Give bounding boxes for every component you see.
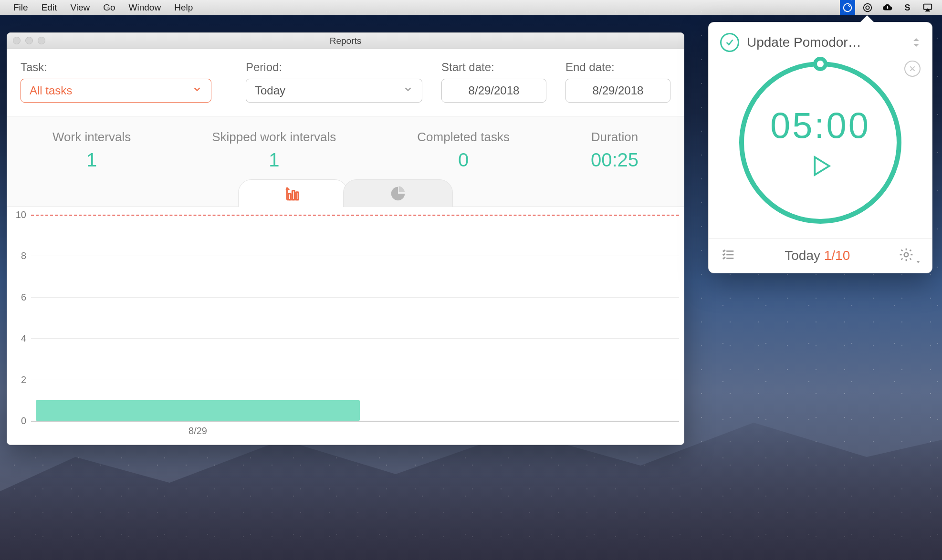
stat-skipped-label: Skipped work intervals <box>212 130 336 145</box>
menu-go[interactable]: Go <box>96 0 122 15</box>
today-count: 1/10 <box>824 248 850 263</box>
svg-point-1 <box>864 3 872 11</box>
task-filter-select[interactable]: All tasks <box>21 79 211 103</box>
play-icon <box>807 153 834 179</box>
chart-gridline <box>31 297 679 298</box>
stat-work-intervals-label: Work intervals <box>52 130 131 145</box>
settings-button[interactable] <box>899 247 921 264</box>
stat-skipped-value: 1 <box>212 149 336 171</box>
chevron-up-icon <box>912 37 921 42</box>
end-date-value: 8/29/2018 <box>593 84 644 97</box>
close-button[interactable] <box>904 61 921 77</box>
current-task-name[interactable]: Update Pomodor… <box>747 35 904 50</box>
stat-duration-label: Duration <box>591 130 638 145</box>
chart-y-tick: 0 <box>7 415 26 426</box>
svg-text:S: S <box>904 2 910 12</box>
timer-ring: 05:00 <box>739 62 901 224</box>
close-icon <box>909 65 916 73</box>
chart-gridline <box>31 256 679 256</box>
svg-rect-5 <box>289 194 291 200</box>
pomodoro-popover: Update Pomodor… 05:00 Today 1/10 <box>708 22 932 273</box>
chevron-down-icon <box>403 84 413 97</box>
today-label: Today <box>785 248 820 263</box>
chart-x-axis <box>31 421 679 422</box>
task-filter-value: All tasks <box>30 84 72 97</box>
play-button[interactable] <box>807 153 834 181</box>
bar-chart-icon <box>284 185 302 203</box>
start-date-label: Start date: <box>441 61 546 74</box>
chevron-down-icon <box>912 43 921 48</box>
menu-help[interactable]: Help <box>167 0 199 15</box>
chart-y-tick: 8 <box>7 250 26 261</box>
start-date-value: 8/29/2018 <box>469 84 520 97</box>
task-switcher[interactable] <box>912 37 921 48</box>
system-menubar: File Edit View Go Window Help S <box>0 0 942 15</box>
gear-icon <box>899 247 914 262</box>
timer-display: 05:00 <box>770 104 870 146</box>
today-progress: Today 1/10 <box>746 248 889 263</box>
end-date-label: End date: <box>565 61 670 74</box>
tab-pie-chart[interactable] <box>343 179 453 207</box>
traffic-zoom[interactable] <box>38 37 45 44</box>
stat-completed-value: 0 <box>417 149 510 171</box>
start-date-input[interactable]: 8/29/2018 <box>441 79 546 103</box>
chart-y-tick: 10 <box>7 209 26 220</box>
menu-window[interactable]: Window <box>122 0 168 15</box>
stat-completed-label: Completed tasks <box>417 130 510 145</box>
window-titlebar[interactable]: Reports <box>7 33 684 49</box>
menu-view[interactable]: View <box>63 0 96 15</box>
task-filter-label: Task: <box>21 61 211 74</box>
chart-gridline <box>31 380 679 380</box>
stat-duration-value: 00:25 <box>591 149 638 171</box>
chart-y-tick: 4 <box>7 333 26 344</box>
menu-edit[interactable]: Edit <box>35 0 64 15</box>
period-filter-value: Today <box>255 84 285 97</box>
chart-bar <box>36 400 360 421</box>
status-cloud-upload-icon[interactable] <box>880 0 895 15</box>
svg-rect-6 <box>292 190 294 199</box>
traffic-minimize[interactable] <box>25 37 33 44</box>
svg-point-0 <box>844 3 852 11</box>
chart-y-tick: 2 <box>7 374 26 385</box>
chart-target-line <box>31 215 679 216</box>
status-airplay-icon[interactable] <box>920 0 935 15</box>
svg-point-8 <box>904 253 908 257</box>
svg-rect-7 <box>296 192 298 199</box>
chart-gridline <box>31 338 679 339</box>
chevron-down-icon <box>192 84 202 97</box>
status-pomodoro-icon[interactable] <box>840 0 855 15</box>
task-list-button[interactable] <box>720 248 736 264</box>
window-title: Reports <box>330 36 362 46</box>
chart-y-tick: 6 <box>7 291 26 302</box>
list-icon <box>720 248 736 262</box>
chevron-down-icon <box>916 260 921 264</box>
svg-point-2 <box>866 6 869 9</box>
chart-x-tick: 8/29 <box>188 425 207 436</box>
reports-window: Reports Task: All tasks Period: Today St… <box>7 32 684 445</box>
task-complete-toggle[interactable] <box>720 33 739 52</box>
report-chart: 02468108/29 <box>7 207 684 445</box>
traffic-close[interactable] <box>13 37 21 44</box>
pie-chart-icon <box>389 185 407 203</box>
period-filter-select[interactable]: Today <box>246 79 422 103</box>
stat-work-intervals-value: 1 <box>52 149 131 171</box>
end-date-input[interactable]: 8/29/2018 <box>565 79 670 103</box>
period-filter-label: Period: <box>246 61 422 74</box>
status-s-icon[interactable]: S <box>900 0 915 15</box>
timer-knob[interactable] <box>813 57 827 71</box>
tab-bar-chart[interactable] <box>238 179 348 207</box>
status-1password-icon[interactable] <box>860 0 875 15</box>
menu-file[interactable]: File <box>7 0 35 15</box>
check-icon <box>724 37 735 48</box>
